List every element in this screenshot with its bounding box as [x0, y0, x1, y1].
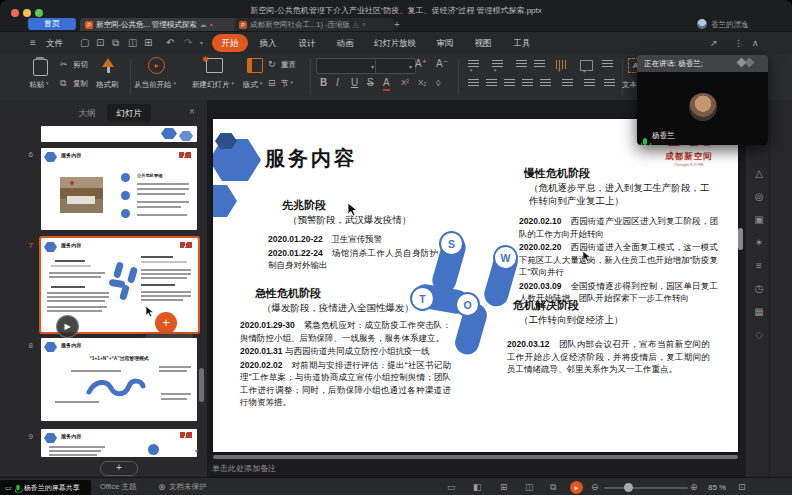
section-chronic-crisis-stage[interactable]: 慢性危机阶段 （危机逐步平息，进入到复工生产阶段，工作转向到产业复工上） 202… — [519, 167, 718, 305]
slides-tab[interactable]: 幻灯片 — [107, 104, 151, 122]
ribbon-tab-animation[interactable]: 动画 — [329, 38, 361, 50]
zoom-slider-handle[interactable] — [624, 483, 633, 492]
doc-tab-active[interactable]: P 新空间-公共危... 管理模式探索 ☁ • — [80, 18, 238, 31]
slide-title[interactable]: 服务内容 — [265, 145, 357, 172]
ribbon-tab-review[interactable]: 审阅 — [429, 38, 461, 50]
more-options-icon[interactable]: ⋮ — [734, 37, 743, 49]
paste-button[interactable]: 粘贴 — [29, 80, 49, 90]
add-slide-fab-button[interactable]: + — [155, 312, 177, 334]
vertical-scrollbar-thumb[interactable] — [738, 228, 743, 250]
collapse-ribbon-icon[interactable]: ∧ — [752, 37, 759, 49]
package-icon[interactable]: ◇ — [750, 329, 768, 340]
home-tab-button[interactable]: 首页 — [28, 18, 76, 30]
panel-scrollbar-thumb[interactable] — [199, 368, 204, 402]
section-precursor-stage[interactable]: 先兆阶段 （预警阶段，武汉爆发疫情） 2020.01.20-22 卫生宣传预警 … — [268, 199, 456, 272]
indent-icon[interactable] — [534, 60, 545, 69]
save-icon[interactable]: ⊡ — [96, 37, 104, 49]
slide-thumbnail-6[interactable]: 服务内容 公共危机管理 — [41, 148, 197, 230]
bold-icon[interactable]: B — [320, 77, 327, 89]
numbering-icon[interactable] — [492, 60, 503, 69]
font-color-icon[interactable]: A — [383, 77, 390, 91]
image-icon[interactable]: ▦ — [750, 306, 768, 317]
clear-format-icon[interactable]: ◊ — [436, 77, 440, 89]
outline-tab[interactable]: 大纲 — [70, 104, 104, 122]
reading-view-icon[interactable]: ◫ — [525, 482, 534, 492]
account-avatar[interactable] — [697, 19, 707, 29]
file-menu[interactable]: 文件 — [46, 38, 63, 50]
reset-icon[interactable]: ↻ — [268, 58, 276, 70]
slide-thumbnail-9[interactable]: 服务内容 — [41, 429, 197, 457]
comment-view-icon[interactable]: ▭ — [447, 482, 456, 492]
section-icon[interactable]: ⊟ — [268, 77, 276, 89]
line-spacing-icon[interactable] — [562, 79, 573, 88]
slide-sorter-icon[interactable]: ⊞ — [500, 482, 508, 492]
slideshow-play-button[interactable]: ▸ — [570, 481, 583, 494]
doc-tab-inactive[interactable]: P 成都新空间社会工...1) -压缩版 △ ∘ — [234, 18, 394, 31]
reset-button[interactable]: 重置 — [281, 60, 296, 70]
screen-share-badge[interactable]: ▭ 杨香兰的屏幕共享 — [0, 480, 91, 495]
add-slide-button[interactable]: + — [100, 461, 138, 476]
template-icon[interactable]: △ — [750, 168, 768, 179]
horizontal-scrollbar-thumb[interactable] — [213, 455, 738, 459]
font-family-select[interactable]: ▾ — [316, 58, 378, 74]
format-painter-button[interactable]: 格式刷 — [96, 80, 119, 90]
record-icon[interactable]: ◎ — [750, 191, 768, 202]
align-text-icon[interactable] — [580, 60, 593, 71]
section-button[interactable]: 节 — [281, 79, 293, 89]
beautify-icon[interactable]: ✶ — [750, 237, 768, 248]
para-spacing-decrease-icon[interactable] — [604, 79, 615, 88]
ribbon-tab-design[interactable]: 设计 — [291, 38, 323, 50]
account-name[interactable]: 香兰的漂逸 — [711, 20, 749, 30]
redo-icon[interactable]: ↷ — [184, 37, 192, 49]
increase-font-icon[interactable]: A⁺ — [415, 58, 427, 70]
ribbon-tab-slideshow[interactable]: 幻灯片放映 — [368, 38, 422, 50]
section-crisis-resolution-stage[interactable]: 危机解决阶段 （工作转向到促经济上） 2020.03.12 团队内部会议召开，宣… — [507, 299, 710, 376]
copy-button[interactable]: 复制 — [73, 79, 88, 89]
share-icon[interactable]: ↗ — [710, 37, 718, 49]
theme-label[interactable]: Office 主题 — [100, 482, 137, 492]
align-center-icon[interactable] — [486, 79, 497, 88]
scroll-down-icon[interactable]: ▾ — [195, 447, 198, 454]
text-direction-icon[interactable] — [556, 60, 567, 69]
handout-view-icon[interactable]: ⧉ — [550, 482, 556, 493]
para-spacing-increase-icon[interactable] — [584, 79, 595, 88]
notes-placeholder[interactable]: 单击此处添加备注 — [212, 463, 276, 474]
align-left-icon[interactable] — [468, 79, 479, 88]
slide-thumbnail-partial[interactable] — [41, 126, 197, 142]
decrease-font-icon[interactable]: A⁻ — [436, 58, 448, 70]
distribute-icon[interactable] — [540, 79, 551, 88]
justify-icon[interactable] — [522, 79, 533, 88]
subscript-icon[interactable]: X₂ — [418, 77, 426, 89]
slide-thumbnail-8[interactable]: 服务内容 “1+1+N”+“A”过程管理模式 — [41, 338, 197, 421]
protection-label[interactable]: 文档未保护 — [169, 482, 207, 492]
meeting-video-overlay[interactable]: 正在讲话: 杨香兰; 杨香兰 — [637, 55, 768, 145]
gallery-icon[interactable]: ▣ — [750, 214, 768, 225]
superscript-icon[interactable]: X² — [401, 77, 409, 89]
cut-button[interactable]: 剪切 — [73, 60, 88, 70]
copy-icon[interactable]: ⧉ — [60, 77, 66, 89]
undo-icon[interactable]: ↶ — [166, 37, 174, 49]
columns-icon[interactable] — [602, 60, 613, 69]
normal-view-icon[interactable]: ◧ — [473, 482, 482, 492]
current-slide[interactable]: 服务内容 成都新空间 Chengdu N·ZONE 先兆阶段 （预警阶段，武汉爆… — [213, 119, 738, 452]
align-right-icon[interactable] — [504, 79, 515, 88]
preview-play-button[interactable]: ▶ — [56, 315, 79, 338]
print-icon[interactable]: ◫ — [128, 37, 137, 49]
zoom-slider-track[interactable] — [604, 487, 688, 489]
zoom-level[interactable]: 85 % — [708, 483, 726, 492]
quickbar-more-icon[interactable]: ▾ — [200, 39, 203, 46]
export-icon[interactable]: ⧉ — [112, 37, 119, 49]
participant-video-tile[interactable]: 杨香兰 — [637, 72, 768, 145]
close-panel-icon[interactable]: × — [189, 106, 195, 117]
font-size-select[interactable]: ▾ — [375, 58, 416, 74]
italic-icon[interactable]: I — [336, 77, 339, 89]
hamburger-menu-icon[interactable]: ≡ — [30, 37, 36, 49]
settings-icon[interactable]: ≡ — [750, 260, 768, 271]
strikethrough-icon[interactable]: S — [367, 77, 374, 89]
new-slide-button[interactable]: 新建幻灯片 — [192, 80, 234, 90]
zoom-out-icon[interactable]: ⊖ — [591, 482, 599, 492]
open-icon[interactable]: ▢ — [80, 37, 89, 49]
zoom-in-icon[interactable]: ⊕ — [690, 482, 698, 492]
cut-icon[interactable]: ✂ — [60, 58, 68, 70]
play-from-current-button[interactable]: 从当前开始 — [134, 80, 176, 90]
